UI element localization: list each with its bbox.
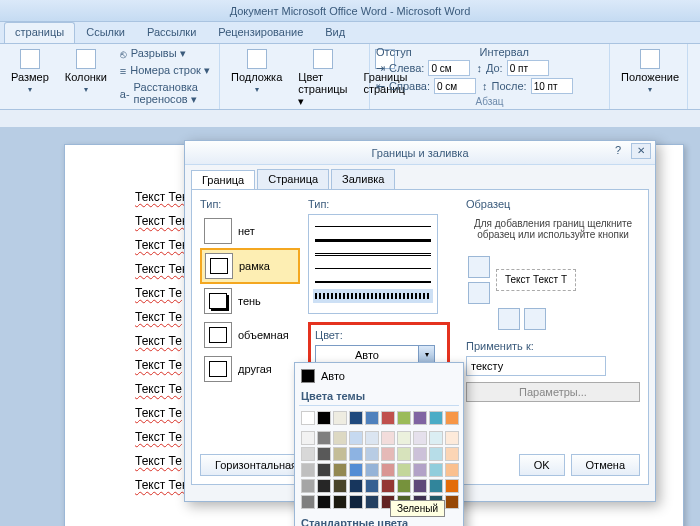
color-swatch[interactable]	[365, 411, 379, 425]
color-swatch[interactable]	[317, 463, 331, 477]
type-shadow[interactable]: тень	[200, 284, 300, 318]
color-swatch[interactable]	[301, 447, 315, 461]
color-swatch[interactable]	[333, 431, 347, 445]
color-swatch[interactable]	[445, 431, 459, 445]
color-swatch[interactable]	[381, 479, 395, 493]
color-swatch[interactable]	[317, 447, 331, 461]
color-swatch[interactable]	[365, 495, 379, 509]
color-swatch[interactable]	[381, 411, 395, 425]
color-swatch[interactable]	[349, 431, 363, 445]
color-swatch[interactable]	[429, 411, 443, 425]
sample-preview[interactable]: Текст Текст Т	[496, 269, 576, 291]
ribbon-tab-view[interactable]: Вид	[314, 22, 356, 43]
color-swatch[interactable]	[365, 479, 379, 493]
line-numbers-button[interactable]: ≡Номера строк ▾	[118, 63, 213, 78]
ok-button[interactable]: OK	[519, 454, 565, 476]
dialog-title: Границы и заливка ? ✕	[185, 141, 655, 165]
color-swatch[interactable]	[413, 463, 427, 477]
color-swatch[interactable]	[445, 411, 459, 425]
apply-to-select[interactable]: тексту	[466, 356, 606, 376]
type-none[interactable]: нет	[200, 214, 300, 248]
color-swatch[interactable]	[413, 411, 427, 425]
color-swatch[interactable]	[365, 447, 379, 461]
border-left-button[interactable]	[498, 308, 520, 330]
color-swatch[interactable]	[397, 411, 411, 425]
cancel-button[interactable]: Отмена	[571, 454, 640, 476]
horizontal-ruler[interactable]	[0, 110, 700, 128]
ribbon-tab-mailings[interactable]: Рассылки	[136, 22, 207, 43]
color-swatch[interactable]	[301, 431, 315, 445]
color-swatch[interactable]	[365, 431, 379, 445]
color-swatch[interactable]	[317, 479, 331, 493]
border-right-button[interactable]	[524, 308, 546, 330]
color-swatch[interactable]	[333, 411, 347, 425]
color-swatch[interactable]	[429, 479, 443, 493]
dialog-tabs: Граница Страница Заливка	[185, 165, 655, 189]
color-swatch[interactable]	[349, 411, 363, 425]
watermark-button[interactable]: Подложка▾	[226, 46, 287, 97]
type-custom[interactable]: другая	[200, 352, 300, 386]
color-swatch[interactable]	[445, 495, 459, 509]
ribbon-tab-references[interactable]: Ссылки	[75, 22, 136, 43]
ribbon-tab-review[interactable]: Рецензирование	[207, 22, 314, 43]
tab-shading[interactable]: Заливка	[331, 169, 395, 189]
color-swatch[interactable]	[317, 431, 331, 445]
color-swatch[interactable]	[301, 495, 315, 509]
color-swatch[interactable]	[413, 479, 427, 493]
color-swatch[interactable]	[349, 447, 363, 461]
params-button[interactable]: Параметры...	[466, 382, 640, 402]
color-swatch[interactable]	[333, 463, 347, 477]
tab-page[interactable]: Страница	[257, 169, 329, 189]
ribbon: Размер▾ Колонки▾ ⎋Разрывы ▾ ≡Номера стро…	[0, 44, 700, 110]
ribbon-tab-page-layout[interactable]: страницы	[4, 22, 75, 43]
color-swatch[interactable]	[301, 479, 315, 493]
color-swatch[interactable]	[349, 495, 363, 509]
size-button[interactable]: Размер▾	[6, 46, 54, 97]
dialog-help-button[interactable]: ?	[609, 143, 627, 159]
color-swatch[interactable]	[397, 463, 411, 477]
spacing-after[interactable]: ↕После:	[482, 78, 573, 94]
type-3d[interactable]: объемная	[200, 318, 300, 352]
color-swatch[interactable]	[317, 411, 331, 425]
color-swatch[interactable]	[381, 447, 395, 461]
color-swatch[interactable]	[397, 479, 411, 493]
color-swatch[interactable]	[413, 431, 427, 445]
window-title: Документ Microsoft Office Word - Microso…	[0, 0, 700, 22]
color-swatch[interactable]	[365, 463, 379, 477]
palette-auto[interactable]: Авто	[299, 367, 459, 385]
color-swatch[interactable]	[333, 495, 347, 509]
color-swatch[interactable]	[445, 479, 459, 493]
color-swatch[interactable]	[301, 463, 315, 477]
color-swatch[interactable]	[429, 431, 443, 445]
color-swatch[interactable]	[301, 411, 315, 425]
hyphenation-button[interactable]: a-Расстановка переносов ▾	[118, 80, 213, 107]
tab-border[interactable]: Граница	[191, 170, 255, 190]
color-swatch[interactable]	[413, 447, 427, 461]
color-swatch[interactable]	[445, 463, 459, 477]
color-swatch[interactable]	[349, 463, 363, 477]
color-swatch[interactable]	[317, 495, 331, 509]
position-button[interactable]: Положение▾	[616, 46, 684, 97]
columns-label: Колонки	[65, 71, 107, 83]
color-swatch[interactable]	[333, 479, 347, 493]
color-swatch[interactable]	[429, 447, 443, 461]
color-swatch[interactable]	[349, 479, 363, 493]
style-listbox[interactable]	[308, 214, 438, 314]
columns-button[interactable]: Колонки▾	[60, 46, 112, 97]
page-color-button[interactable]: Цвет страницы ▾	[293, 46, 352, 111]
color-swatch[interactable]	[381, 431, 395, 445]
color-swatch[interactable]	[397, 447, 411, 461]
indent-right[interactable]: ⇤Справа:	[376, 78, 476, 94]
spacing-before[interactable]: ↕До:	[476, 60, 548, 76]
color-swatch[interactable]	[445, 447, 459, 461]
color-swatch[interactable]	[429, 463, 443, 477]
color-swatch[interactable]	[397, 431, 411, 445]
breaks-button[interactable]: ⎋Разрывы ▾	[118, 46, 213, 61]
indent-left[interactable]: ⇥Слева:	[376, 60, 470, 76]
border-bottom-button[interactable]	[468, 282, 490, 304]
dialog-close-button[interactable]: ✕	[631, 143, 651, 159]
type-box[interactable]: рамка	[200, 248, 300, 284]
color-swatch[interactable]	[381, 463, 395, 477]
color-swatch[interactable]	[333, 447, 347, 461]
border-top-button[interactable]	[468, 256, 490, 278]
